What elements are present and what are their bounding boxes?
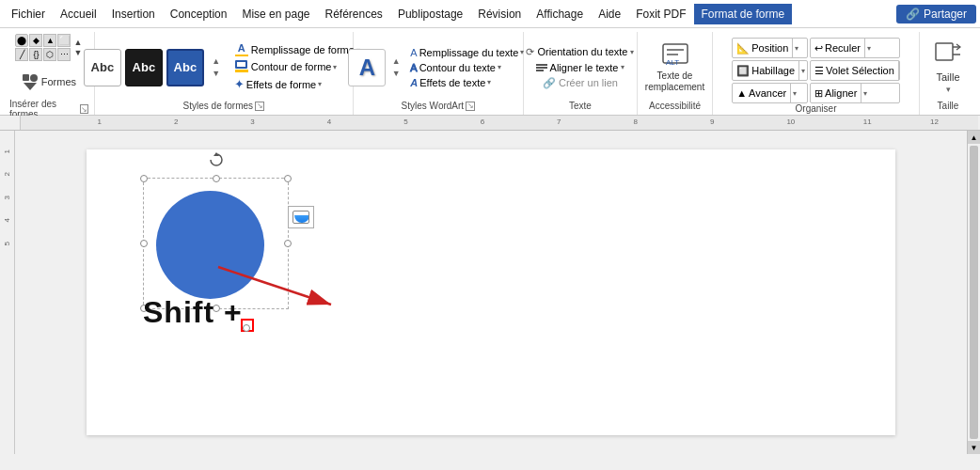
ribbon: ⬤ ◆ ▲ ⬜ ╱ {} ⬡ ⋯ ▲ ▼ bbox=[0, 28, 980, 116]
expand-wordart[interactable]: ↘ bbox=[466, 102, 475, 111]
ruler-scale: 1 2 3 4 5 6 7 8 9 10 11 12 bbox=[21, 116, 978, 130]
group-texte: ⟳ Orientation du texte ▾ Aligner le text… bbox=[524, 32, 638, 115]
contour-text-btn[interactable]: A Contour du texte ▾ bbox=[406, 61, 528, 74]
rotate-handle[interactable] bbox=[209, 152, 224, 167]
menu-aide[interactable]: Aide bbox=[591, 4, 628, 24]
aligner-btn[interactable]: Aligner le texte ▾ bbox=[532, 61, 629, 74]
fill-forme-btn[interactable]: A Remplissage de forme ▾ bbox=[230, 42, 364, 57]
expand-formes[interactable]: ↘ bbox=[80, 104, 88, 114]
layout-icon-inner bbox=[292, 211, 309, 224]
fill-text-btn[interactable]: A Remplissage du texte ▾ bbox=[406, 46, 528, 59]
menu-foxit[interactable]: Foxit PDF bbox=[628, 4, 693, 24]
document-area: 1 2 3 4 5 bbox=[0, 131, 980, 454]
position-btn[interactable]: 📐 Position ▾ bbox=[732, 38, 808, 58]
menu-fichier[interactable]: Fichier bbox=[4, 4, 53, 24]
svg-marker-2 bbox=[24, 83, 37, 90]
shape-circle[interactable] bbox=[156, 191, 264, 299]
formes-button[interactable]: Formes bbox=[23, 65, 75, 99]
formes-label: Formes bbox=[41, 76, 76, 87]
handle-middle-left[interactable] bbox=[140, 240, 148, 247]
layout-arc bbox=[294, 215, 309, 223]
share-button[interactable]: 🔗 Partager bbox=[896, 5, 976, 24]
contour-forme-btn[interactable]: Contour de forme ▾ bbox=[230, 59, 364, 74]
menu-affichage[interactable]: Affichage bbox=[529, 4, 591, 24]
group-taille: Taille ▾ Taille bbox=[920, 32, 976, 115]
expand-styles-formes[interactable]: ↘ bbox=[255, 102, 264, 111]
habillage-btn[interactable]: 🔲 Habillage ▾ bbox=[732, 60, 808, 81]
menu-format-forme[interactable]: Format de forme bbox=[694, 4, 793, 24]
wordart-a-btn[interactable]: A bbox=[348, 49, 386, 86]
menu-mise-en-page[interactable]: Mise en page bbox=[234, 4, 317, 24]
orientation-btn[interactable]: ⟳ Orientation du texte ▾ bbox=[522, 45, 638, 59]
handle-top-right[interactable] bbox=[284, 175, 292, 182]
wordart-up[interactable]: ▲ bbox=[389, 55, 403, 67]
doc-scroll[interactable]: Shift + bbox=[15, 131, 967, 454]
menu-conception[interactable]: Conception bbox=[163, 4, 235, 24]
menu-insertion[interactable]: Insertion bbox=[104, 4, 163, 24]
styles-dropdown[interactable]: ▲ ▼ bbox=[210, 55, 223, 79]
avancer-btn[interactable]: ▲ Avancer ▾ bbox=[732, 83, 808, 103]
svg-rect-0 bbox=[23, 74, 29, 81]
group-label-organiser: Organiser bbox=[796, 103, 837, 116]
group-label-styles-formes: Styles de formes ↘ bbox=[183, 101, 264, 113]
styles-down[interactable]: ▼ bbox=[210, 68, 223, 79]
handle-bottom-right[interactable] bbox=[243, 324, 250, 332]
handle-middle-right[interactable] bbox=[284, 240, 292, 247]
taille-icon bbox=[933, 41, 963, 70]
shift-label: Shift + bbox=[143, 295, 243, 330]
effect-forme-btn[interactable]: ✦ Effets de forme ▾ bbox=[230, 76, 364, 92]
reculer-btn[interactable]: ↩ Reculer ▾ bbox=[810, 38, 900, 58]
menubar: Fichier Accueil Insertion Conception Mis… bbox=[0, 0, 980, 28]
vertical-scrollbar[interactable]: ▲ ▼ bbox=[967, 131, 980, 454]
creer-lien-btn[interactable]: 🔗 Créer un lien bbox=[539, 76, 622, 90]
texte-label: Texte deremplacement bbox=[645, 70, 704, 93]
taille-btn[interactable]: Taille ▾ bbox=[925, 41, 972, 94]
texte-remplacement-btn[interactable]: ALT Texte deremplacement bbox=[652, 41, 699, 94]
style-abc-1[interactable]: Abc bbox=[84, 49, 121, 86]
texte-remplacement-icon: ALT bbox=[660, 42, 690, 69]
group-label-taille: Taille bbox=[938, 101, 959, 113]
group-styles-formes: Abc Abc Abc ▲ ▼ A bbox=[95, 32, 354, 115]
horizontal-ruler: 1 2 3 4 5 6 7 8 9 10 11 12 bbox=[0, 116, 980, 131]
style-abc-3[interactable]: Abc bbox=[166, 49, 204, 86]
svg-point-1 bbox=[30, 74, 38, 82]
document-page: Shift + bbox=[87, 149, 895, 435]
svg-rect-7 bbox=[936, 43, 953, 60]
scroll-thumb[interactable] bbox=[970, 146, 978, 439]
menu-publipostage[interactable]: Publipostage bbox=[390, 4, 470, 24]
scroll-down-btn[interactable]: ▼ bbox=[968, 441, 980, 454]
taille-expand: ▾ bbox=[946, 85, 951, 94]
group-organiser: 📐 Position ▾ 🔲 Habillage ▾ bbox=[713, 32, 920, 115]
group-label-texte: Texte bbox=[569, 101, 592, 113]
group-inserer-formes: ⬤ ◆ ▲ ⬜ ╱ {} ⬡ ⋯ ▲ ▼ bbox=[4, 32, 95, 115]
group-label-access: Accessibilité bbox=[649, 101, 701, 113]
share-label: Partager bbox=[924, 8, 967, 21]
group-accessibilite: ALT Texte deremplacement Accessibilité bbox=[638, 32, 713, 115]
style-abc-2[interactable]: Abc bbox=[125, 49, 163, 86]
formes-icon bbox=[22, 72, 39, 91]
effect-text-btn[interactable]: A Effets de texte ▾ bbox=[406, 76, 528, 89]
handle-top-middle[interactable] bbox=[213, 175, 220, 182]
taille-label: Taille bbox=[936, 71, 959, 83]
menu-accueil[interactable]: Accueil bbox=[53, 4, 104, 24]
menu-revision[interactable]: Révision bbox=[470, 4, 529, 24]
ruler-corner bbox=[2, 116, 21, 130]
layout-icon[interactable] bbox=[288, 206, 314, 228]
vertical-ruler: 1 2 3 4 5 bbox=[0, 131, 15, 454]
share-icon: 🔗 bbox=[906, 8, 920, 21]
menu-references[interactable]: Références bbox=[318, 4, 390, 24]
aligner-org-btn[interactable]: ⊞ Aligner ▾ bbox=[810, 83, 900, 103]
scroll-up-btn[interactable]: ▲ bbox=[968, 131, 980, 144]
handle-top-left[interactable] bbox=[140, 175, 148, 182]
group-wordart: A ▲ ▼ A Remplissage du texte ▾ bbox=[354, 32, 524, 115]
styles-up[interactable]: ▲ bbox=[210, 55, 223, 67]
wordart-dropdown[interactable]: ▲ ▼ bbox=[389, 55, 403, 79]
svg-text:ALT: ALT bbox=[666, 58, 679, 67]
volet-btn[interactable]: ☰ Volet Sélection bbox=[810, 60, 900, 81]
wordart-down[interactable]: ▼ bbox=[389, 68, 403, 79]
group-label-wordart: Styles WordArt ↘ bbox=[402, 101, 476, 113]
